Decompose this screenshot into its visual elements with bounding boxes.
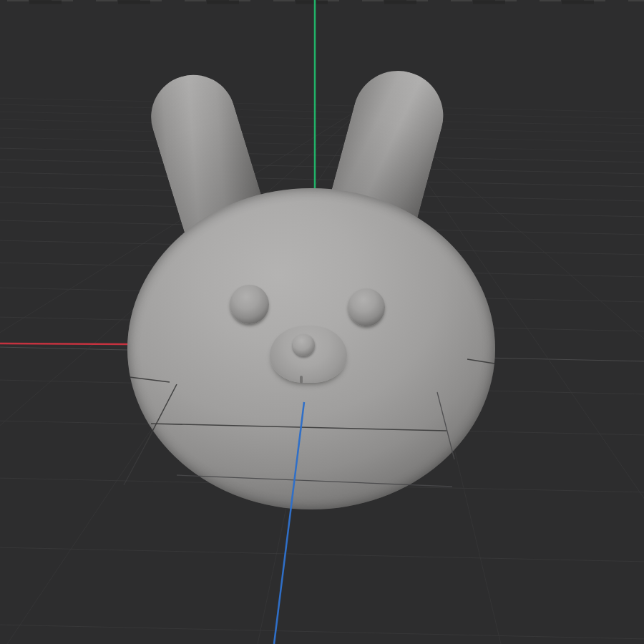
depth-axis-layer [0, 0, 644, 644]
depth-axis-blue [274, 402, 304, 644]
viewport-canvas[interactable] [0, 0, 644, 644]
